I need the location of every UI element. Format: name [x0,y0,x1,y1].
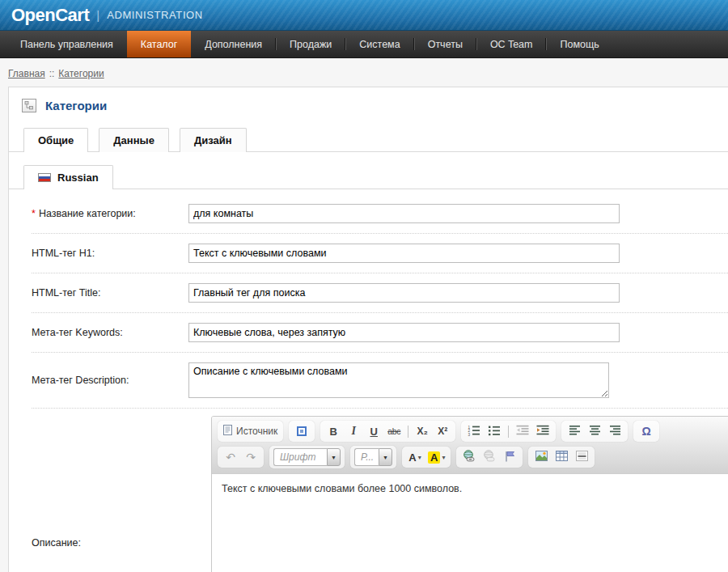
font-combo-group: Шрифт ▼ [269,446,345,468]
maximize-icon [297,426,307,436]
horizontal-rule-button[interactable] [573,449,590,465]
field-label: HTML-тег Title: [9,287,188,299]
category-name-input[interactable] [188,204,620,223]
language-tab-label: Russian [57,172,99,184]
text-style-group: B I U abc X₂ X² [320,421,455,442]
maximize-button[interactable] [293,423,311,439]
breadcrumb-current-link[interactable]: Категории [58,68,104,79]
font-size-dropdown[interactable]: Р... ▼ [354,448,392,466]
svg-text:3: 3 [468,432,471,435]
tab-language-russian[interactable]: Russian [23,165,113,189]
field-label: Мета-тег Description: [9,375,188,386]
category-tree-icon [22,99,36,112]
text-color-icon: A [408,451,416,464]
required-marker: * [32,208,36,219]
undo-button[interactable]: ↶ [222,449,239,465]
toolbar-row-2: ↶ ↷ Шрифт ▼ Р... [218,446,728,468]
form-row-h1: HTML-тег H1: [9,234,728,273]
nav-item-help[interactable]: Помощь [546,31,612,57]
opencart-logo: OpenCart [11,5,89,26]
underline-button[interactable]: U [365,423,383,439]
form-row-description-meta: Мета-тег Description: Описание с ключевы… [9,353,728,408]
meta-keywords-input[interactable] [188,323,620,342]
html-h1-input[interactable] [188,244,620,263]
numbered-list-button[interactable]: 1 2 3 [465,423,483,439]
row-divider [32,408,728,409]
tab-design[interactable]: Дизайн [180,128,247,152]
unlink-icon [483,450,496,464]
outdent-icon [516,425,529,438]
font-family-dropdown[interactable]: Шрифт ▼ [273,448,341,466]
anchor-flag-icon [505,451,515,464]
align-center-button[interactable] [586,423,603,439]
nav-item-system[interactable]: Система [345,31,413,57]
strikethrough-button[interactable]: abc [385,423,403,439]
insert-group [528,447,595,468]
superscript-button[interactable]: X² [434,423,451,439]
toolbar-divider [408,426,408,438]
chevron-down-icon: ▾ [418,454,421,461]
anchor-button[interactable] [501,449,518,465]
bullet-list-button[interactable] [485,423,503,439]
category-form: *Название категории: HTML-тег H1: HTML-т… [9,189,728,572]
special-character-button[interactable]: Ω [637,423,655,439]
main-tab-bar: Общие Данные Дизайн [9,122,728,152]
field-label: Описание: [32,537,81,549]
source-group: Источник [218,421,283,442]
unlink-button[interactable] [480,449,498,465]
undo-redo-group: ↶ ↷ [218,447,264,468]
meta-description-textarea[interactable]: Описание с ключевыми словами [188,362,609,398]
nav-item-dashboard[interactable]: Панель управления [6,31,127,57]
toolbar-divider [508,426,509,438]
italic-button[interactable]: I [345,423,362,439]
tab-data[interactable]: Данные [99,128,169,152]
editor-content-area[interactable]: Текст с ключевыми словами более 1000 сим… [212,473,728,572]
indent-button[interactable] [534,423,552,439]
field-label: *Название категории: [9,208,188,219]
russian-flag-icon [38,173,51,182]
numbered-list-icon: 1 2 3 [468,425,480,439]
insert-image-button[interactable] [532,449,550,465]
form-row-name: *Название категории: [9,194,728,233]
outdent-button[interactable] [514,423,531,439]
background-color-button[interactable]: A ▾ [426,449,447,465]
nav-item-octeam[interactable]: OC Team [476,31,547,57]
breadcrumb-home-link[interactable]: Главная [8,68,45,79]
link-button[interactable] [460,449,478,465]
source-doc-icon [223,425,232,438]
horizontal-rule-icon [576,451,588,464]
bold-button[interactable]: B [324,423,342,439]
page-title: Категории [45,99,107,112]
form-row-description: Описание: [9,416,728,572]
breadcrumb-separator: :: [49,68,55,79]
highlight-color-icon: A [428,451,440,464]
redo-button[interactable]: ↷ [242,449,260,465]
nav-item-extensions[interactable]: Дополнения [191,31,276,57]
categories-panel: Категории Общие Данные Дизайн Russian *Н… [8,87,728,572]
tab-general[interactable]: Общие [23,128,88,152]
app-header: OpenCart | ADMINISTRATION [0,0,728,31]
insert-table-button[interactable] [552,449,570,465]
chevron-down-icon[interactable]: ▼ [327,448,341,466]
maximize-group [289,421,315,442]
link-group [456,447,523,468]
align-left-icon [569,425,581,438]
text-color-button[interactable]: A ▾ [406,449,424,465]
nav-item-catalog[interactable]: Каталог [127,31,191,57]
align-right-button[interactable] [606,423,624,439]
image-icon [535,451,548,464]
html-title-input[interactable] [188,283,620,303]
bullet-list-icon [488,425,501,439]
editor-toolbar: Источник B I U [212,417,728,473]
field-label: HTML-тег H1: [9,248,188,259]
source-button[interactable]: Источник [222,423,279,439]
nav-item-sales[interactable]: Продажи [276,31,345,57]
list-group: 1 2 3 [461,421,556,442]
color-group: A ▾ A ▾ [402,447,451,468]
chevron-down-icon[interactable]: ▼ [379,448,392,466]
subscript-button[interactable]: X₂ [413,423,431,439]
align-left-button[interactable] [565,423,583,439]
nav-item-reports[interactable]: Отчеты [414,31,476,57]
opencart-admin-screen: OpenCart | ADMINISTRATION Панель управле… [0,0,728,572]
size-combo-group: Р... ▼ [350,446,396,468]
